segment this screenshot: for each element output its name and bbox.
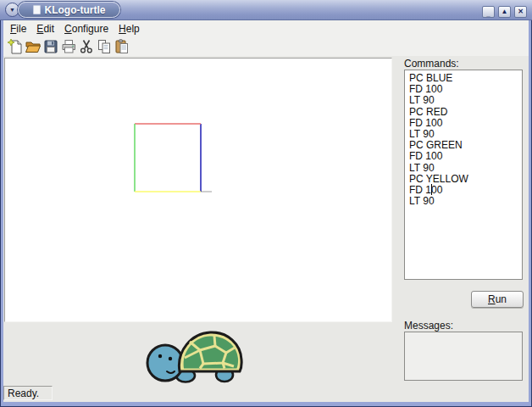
cut-icon (78, 38, 95, 55)
print-button[interactable] (59, 38, 77, 56)
commands-input[interactable]: PC BLUE FD 100 LT 90 PC RED FD 100 LT 90… (404, 70, 523, 280)
toolbar (3, 37, 529, 56)
maximize-icon: ▲ (502, 8, 508, 15)
copy-button[interactable] (95, 38, 113, 56)
title-tab[interactable]: KLogo-turtle (18, 2, 120, 18)
open-button[interactable] (24, 38, 42, 56)
maximize-button[interactable]: ▲ (498, 6, 511, 18)
menu-edit[interactable]: Edit (31, 21, 59, 36)
new-icon (7, 38, 24, 55)
commands-label: Commands: (404, 58, 459, 70)
save-button[interactable] (42, 38, 59, 56)
messages-output (404, 332, 523, 381)
print-icon (60, 38, 77, 55)
window-title: KLogo-turtle (45, 4, 106, 16)
main-area: Commands: PC BLUE FD 100 LT 90 PC RED FD… (3, 56, 529, 385)
menu-help[interactable]: Help (114, 21, 145, 36)
turtle-mascot-image (141, 327, 244, 383)
status-message: Ready. (3, 386, 53, 400)
paste-icon (114, 38, 130, 55)
drawn-square (5, 59, 391, 321)
cut-button[interactable] (77, 38, 95, 56)
commands-text: PC BLUE FD 100 LT 90 PC RED FD 100 LT 90… (409, 73, 522, 207)
close-button[interactable]: ✕ (514, 6, 527, 18)
window-controls: _ ▲ ✕ (482, 6, 527, 18)
text-caret (431, 184, 432, 195)
close-icon: ✕ (518, 8, 524, 15)
menu-configure[interactable]: Configure (59, 21, 114, 36)
save-icon (42, 38, 59, 55)
copy-icon (96, 38, 113, 55)
paste-button[interactable] (113, 38, 130, 56)
run-button[interactable]: Run (471, 291, 524, 308)
menubar: File Edit Configure Help (3, 20, 529, 37)
menu-file[interactable]: File (5, 21, 31, 36)
app-window: ▼ KLogo-turtle _ ▲ ✕ File Edit Configure… (0, 0, 532, 407)
chevron-down-icon: ▼ (9, 7, 15, 13)
document-icon (33, 5, 41, 14)
new-button[interactable] (6, 38, 24, 56)
minimize-icon: _ (486, 11, 490, 18)
statusbar: Ready. (3, 385, 529, 402)
open-icon (25, 38, 42, 55)
titlebar[interactable]: ▼ KLogo-turtle _ ▲ ✕ (0, 0, 532, 20)
messages-label: Messages: (404, 320, 453, 332)
turtle-canvas (4, 58, 392, 322)
minimize-button[interactable]: _ (482, 6, 495, 18)
